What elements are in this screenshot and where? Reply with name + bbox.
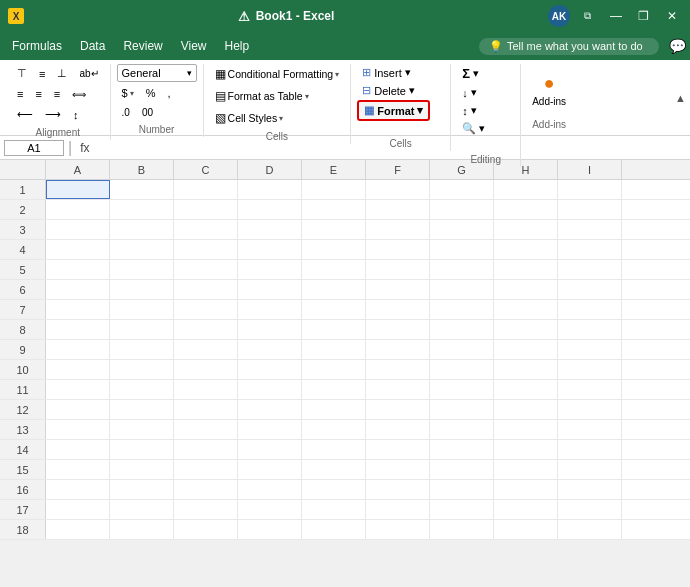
cell-G17[interactable] <box>430 500 494 519</box>
cell-A13[interactable] <box>46 420 110 439</box>
cell-F4[interactable] <box>366 240 430 259</box>
cell-F7[interactable] <box>366 300 430 319</box>
cell-C3[interactable] <box>174 220 238 239</box>
cell-G3[interactable] <box>430 220 494 239</box>
cell-A10[interactable] <box>46 360 110 379</box>
col-header-i[interactable]: I <box>558 160 622 179</box>
cell-E8[interactable] <box>302 320 366 339</box>
cell-C17[interactable] <box>174 500 238 519</box>
cell-I15[interactable] <box>558 460 622 479</box>
fill-button[interactable]: ↓ ▾ <box>457 84 490 101</box>
cell-E16[interactable] <box>302 480 366 499</box>
cell-G1[interactable] <box>430 180 494 199</box>
cell-H18[interactable] <box>494 520 558 539</box>
cell-C5[interactable] <box>174 260 238 279</box>
cell-G7[interactable] <box>430 300 494 319</box>
cell-B6[interactable] <box>110 280 174 299</box>
align-bottom-button[interactable]: ⊥ <box>52 64 72 83</box>
cell-A2[interactable] <box>46 200 110 219</box>
cell-D5[interactable] <box>238 260 302 279</box>
currency-button[interactable]: $▾ <box>117 84 139 102</box>
cell-B1[interactable] <box>110 180 174 199</box>
cell-H15[interactable] <box>494 460 558 479</box>
cell-G6[interactable] <box>430 280 494 299</box>
cell-H2[interactable] <box>494 200 558 219</box>
cell-I1[interactable] <box>558 180 622 199</box>
menu-item-help[interactable]: Help <box>217 36 258 56</box>
cell-G16[interactable] <box>430 480 494 499</box>
cell-B15[interactable] <box>110 460 174 479</box>
addins-button[interactable]: ● Add-ins <box>527 70 571 110</box>
close-button[interactable]: ✕ <box>662 6 682 26</box>
cell-C9[interactable] <box>174 340 238 359</box>
cell-E18[interactable] <box>302 520 366 539</box>
menu-item-data[interactable]: Data <box>72 36 113 56</box>
cell-E10[interactable] <box>302 360 366 379</box>
cell-C18[interactable] <box>174 520 238 539</box>
cell-I12[interactable] <box>558 400 622 419</box>
cell-E3[interactable] <box>302 220 366 239</box>
cell-E15[interactable] <box>302 460 366 479</box>
cell-H1[interactable] <box>494 180 558 199</box>
cell-D6[interactable] <box>238 280 302 299</box>
cell-B5[interactable] <box>110 260 174 279</box>
cell-D7[interactable] <box>238 300 302 319</box>
cell-B18[interactable] <box>110 520 174 539</box>
cell-C14[interactable] <box>174 440 238 459</box>
restore-button[interactable]: ⧉ <box>578 6 598 26</box>
increase-indent-button[interactable]: ⟶ <box>40 105 66 124</box>
increase-decimal-button[interactable]: 00 <box>137 104 158 121</box>
format-as-table-button[interactable]: ▤ Format as Table ▾ <box>210 86 314 106</box>
cell-D1[interactable] <box>238 180 302 199</box>
menu-item-review[interactable]: Review <box>115 36 170 56</box>
cell-F6[interactable] <box>366 280 430 299</box>
cell-D3[interactable] <box>238 220 302 239</box>
cell-H5[interactable] <box>494 260 558 279</box>
cell-D10[interactable] <box>238 360 302 379</box>
cell-I13[interactable] <box>558 420 622 439</box>
comment-icon[interactable]: 💬 <box>669 38 686 54</box>
align-right-button[interactable]: ≡ <box>49 85 65 103</box>
cell-styles-button[interactable]: ▧ Cell Styles ▾ <box>210 108 289 128</box>
percent-button[interactable]: % <box>141 84 161 102</box>
number-format-dropdown[interactable]: General ▾ <box>117 64 197 82</box>
cell-C4[interactable] <box>174 240 238 259</box>
col-header-a[interactable]: A <box>46 160 110 179</box>
cell-E14[interactable] <box>302 440 366 459</box>
cell-E13[interactable] <box>302 420 366 439</box>
cell-H10[interactable] <box>494 360 558 379</box>
minimize-button[interactable]: — <box>606 6 626 26</box>
cell-C1[interactable] <box>174 180 238 199</box>
cell-B4[interactable] <box>110 240 174 259</box>
cell-D13[interactable] <box>238 420 302 439</box>
cell-A11[interactable] <box>46 380 110 399</box>
cell-A7[interactable] <box>46 300 110 319</box>
search-bar[interactable]: 💡 Tell me what you want to do <box>479 38 659 55</box>
cell-C6[interactable] <box>174 280 238 299</box>
cell-A5[interactable] <box>46 260 110 279</box>
align-center-button[interactable]: ≡ <box>30 85 46 103</box>
cell-F16[interactable] <box>366 480 430 499</box>
cell-H14[interactable] <box>494 440 558 459</box>
cell-A16[interactable] <box>46 480 110 499</box>
cell-H3[interactable] <box>494 220 558 239</box>
cell-H16[interactable] <box>494 480 558 499</box>
cell-B9[interactable] <box>110 340 174 359</box>
cell-G14[interactable] <box>430 440 494 459</box>
cell-I17[interactable] <box>558 500 622 519</box>
cell-H6[interactable] <box>494 280 558 299</box>
cell-C2[interactable] <box>174 200 238 219</box>
cell-I7[interactable] <box>558 300 622 319</box>
cell-B14[interactable] <box>110 440 174 459</box>
cell-H17[interactable] <box>494 500 558 519</box>
autosum-button[interactable]: Σ ▾ <box>457 64 490 83</box>
cell-A8[interactable] <box>46 320 110 339</box>
cell-E1[interactable] <box>302 180 366 199</box>
cell-A17[interactable] <box>46 500 110 519</box>
text-direction-button[interactable]: ↕ <box>68 106 84 124</box>
cell-I3[interactable] <box>558 220 622 239</box>
align-left-button[interactable]: ≡ <box>12 85 28 103</box>
cell-B17[interactable] <box>110 500 174 519</box>
cell-A9[interactable] <box>46 340 110 359</box>
cell-D17[interactable] <box>238 500 302 519</box>
